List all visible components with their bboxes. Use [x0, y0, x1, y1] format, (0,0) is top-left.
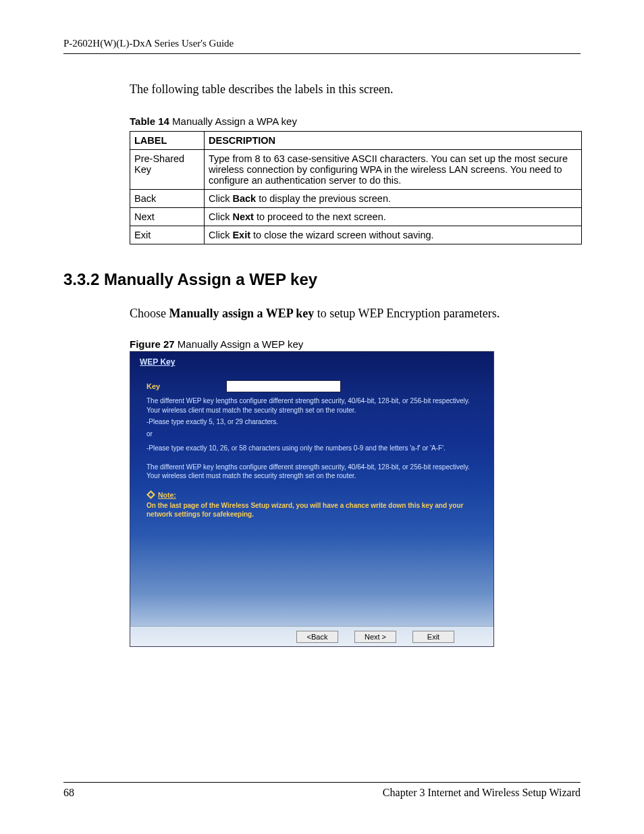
- note-body: On the last page of the Wireless Setup w…: [146, 501, 477, 519]
- cell-desc: Click Back to display the previous scree…: [205, 190, 582, 208]
- note-label: Note:: [158, 490, 176, 500]
- key-label: Key: [146, 382, 226, 392]
- wep-key-input[interactable]: [226, 380, 341, 392]
- section-heading: 3.3.2 Manually Assign a WEP key: [63, 270, 581, 289]
- cell-desc: Click Exit to close the wizard screen wi…: [205, 226, 582, 244]
- note-icon: [146, 490, 155, 499]
- page-number: 68: [63, 787, 74, 799]
- wizard-help-text-4: The different WEP key lengths configure …: [146, 463, 477, 481]
- wep-key-wizard: WEP Key Key The different WEP key length…: [130, 351, 494, 647]
- table-row: Pre-Shared Key Type from 8 to 63 case-se…: [130, 150, 582, 190]
- choose-paragraph: Choose Manually assign a WEP key to setu…: [130, 307, 581, 321]
- wizard-or-text: or: [146, 429, 477, 439]
- cell-label: Back: [130, 190, 205, 208]
- exit-button[interactable]: Exit: [412, 631, 454, 643]
- page-footer: 68 Chapter 3 Internet and Wireless Setup…: [63, 782, 581, 799]
- chapter-label: Chapter 3 Internet and Wireless Setup Wi…: [383, 787, 581, 799]
- cell-label: Exit: [130, 226, 205, 244]
- table-header-row: LABEL DESCRIPTION: [130, 132, 582, 150]
- table-14: LABEL DESCRIPTION Pre-Shared Key Type fr…: [130, 131, 582, 244]
- cell-label: Pre-Shared Key: [130, 150, 205, 190]
- table-row: Back Click Back to display the previous …: [130, 190, 582, 208]
- cell-label: Next: [130, 208, 205, 226]
- th-description: DESCRIPTION: [205, 132, 582, 150]
- back-button[interactable]: <Back: [296, 631, 338, 643]
- running-header: P-2602H(W)(L)-DxA Series User's Guide: [63, 38, 581, 54]
- table-row: Next Click Next to proceed to the next s…: [130, 208, 582, 226]
- wizard-title: WEP Key: [130, 352, 493, 367]
- figure-27-caption: Figure 27 Manually Assign a WEP key: [130, 338, 581, 350]
- caption-number: Figure 27: [130, 338, 175, 350]
- wizard-help-text-1: The different WEP key lengths configure …: [146, 396, 477, 415]
- wizard-footer: <Back Next > Exit: [130, 626, 493, 646]
- intro-paragraph: The following table describes the labels…: [130, 82, 581, 97]
- caption-text: Manually Assign a WEP key: [175, 338, 304, 350]
- wizard-help-text-3: -Please type exactly 10, 26, or 58 chara…: [146, 444, 477, 453]
- th-label: LABEL: [130, 132, 205, 150]
- next-button[interactable]: Next >: [354, 631, 396, 643]
- table-row: Exit Click Exit to close the wizard scre…: [130, 226, 582, 244]
- table-14-caption: Table 14 Manually Assign a WPA key: [130, 115, 581, 127]
- caption-number: Table 14: [130, 115, 169, 127]
- wizard-help-text-2: -Please type exactly 5, 13, or 29 charac…: [146, 417, 477, 427]
- cell-desc: Type from 8 to 63 case-sensitive ASCII c…: [205, 150, 582, 190]
- caption-text: Manually Assign a WPA key: [169, 115, 297, 127]
- cell-desc: Click Next to proceed to the next screen…: [205, 208, 582, 226]
